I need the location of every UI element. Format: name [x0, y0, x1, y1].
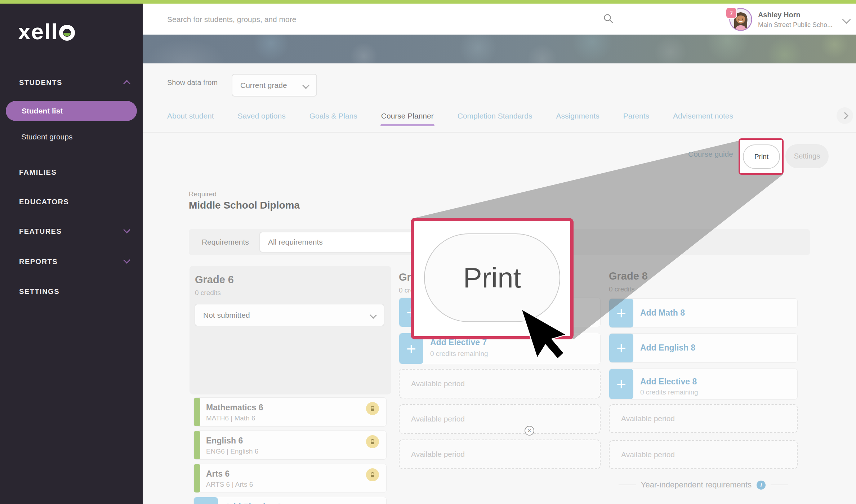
tab-assignments[interactable]: Assignments — [556, 112, 599, 120]
print-button[interactable]: Print — [743, 144, 780, 169]
tab-goals-plans[interactable]: Goals & Plans — [309, 112, 357, 120]
add-english-8-button[interactable]: + Add English 8 — [609, 333, 798, 363]
available-period-label: Available period — [621, 414, 675, 423]
divider-line — [619, 485, 636, 485]
magnified-print-button[interactable]: Print — [424, 233, 560, 322]
course-status-bar — [194, 464, 200, 492]
course-status-bar — [194, 431, 200, 459]
tab-completion-standards[interactable]: Completion Standards — [458, 112, 532, 120]
sidebar-section-educators[interactable]: EDUCATORS — [19, 198, 69, 206]
grade-filter-value: Current grade — [240, 81, 287, 90]
remove-course-icon[interactable]: ✕ — [525, 426, 534, 436]
chevron-down-icon[interactable] — [842, 15, 851, 24]
print-callout-box: Print — [411, 218, 574, 339]
available-period-slot: Available period — [399, 440, 601, 469]
sidebar: xell STUDENTS Student list Student group… — [0, 0, 143, 504]
user-menu[interactable]: 7 Ashley Horn Main Street Publ — [729, 6, 850, 33]
lock-icon — [366, 435, 379, 448]
sidebar-item-student-list[interactable]: Student list — [6, 101, 137, 121]
tab-saved-options[interactable]: Saved options — [238, 112, 286, 120]
student-tabs: About student Saved options Goals & Plan… — [167, 112, 733, 120]
add-course-label: Add Elective 6 — [225, 502, 281, 504]
course-title: Mathematics 6 — [206, 403, 263, 412]
add-course-sub: 0 credits remaining — [430, 350, 488, 358]
tab-advisement-notes[interactable]: Advisement notes — [673, 112, 733, 120]
plus-icon: + — [194, 497, 218, 504]
tabs-divider — [143, 132, 856, 133]
grade-6-status-value: Not submitted — [203, 311, 250, 320]
available-period-slot: Available period — [609, 440, 798, 469]
notification-badge: 7 — [726, 7, 737, 19]
add-course-sub: 0 credits remaining — [640, 388, 698, 396]
diploma-title: Middle School Diploma — [189, 200, 300, 211]
tab-parents[interactable]: Parents — [623, 112, 649, 120]
available-period-label: Available period — [411, 379, 465, 388]
app-logo-text: xell — [18, 19, 58, 44]
year-independent-label: Year-independent requirements — [641, 480, 752, 490]
grade-filter-select[interactable]: Current grade — [232, 74, 317, 97]
plus-icon: + — [609, 334, 633, 362]
required-label: Required — [189, 190, 217, 198]
user-name: Ashley Horn — [758, 9, 833, 20]
course-code: ENG6 | English 6 — [206, 447, 258, 455]
grade-6-status-select[interactable]: Not submitted — [195, 304, 384, 326]
sidebar-section-reports[interactable]: REPORTS — [19, 258, 58, 266]
year-independent-divider: Year-independent requirements i — [609, 480, 798, 490]
add-course-label: Add English 8 — [640, 343, 695, 353]
user-info: Ashley Horn Main Street Public Scho... — [758, 9, 833, 30]
sidebar-section-students[interactable]: STUDENTS — [19, 79, 62, 87]
app-logo: xell — [18, 19, 75, 44]
logo-o-icon — [59, 25, 75, 41]
available-period-slot: Available period — [399, 369, 601, 398]
sidebar-section-families[interactable]: FAMILIES — [19, 168, 57, 177]
available-period-slot: Available period — [399, 404, 601, 434]
chevron-down-icon[interactable] — [123, 257, 130, 264]
add-elective-6-button[interactable]: + Add Elective 6 0 credits remaining — [193, 497, 387, 504]
chevron-up-icon[interactable] — [123, 80, 130, 87]
course-title: Arts 6 — [206, 469, 229, 479]
user-org: Main Street Public Scho... — [758, 20, 833, 30]
add-math-8-button[interactable]: + Add Math 8 — [609, 298, 798, 328]
grade-8-title: Grade 8 — [609, 270, 648, 282]
lock-icon — [366, 402, 379, 415]
grade-8-column: Grade 8 0 credits + Add Math 8 + Add Eng… — [609, 266, 798, 504]
tab-about-student[interactable]: About student — [167, 112, 214, 120]
header-banner-image — [143, 35, 856, 63]
divider-line — [771, 485, 788, 485]
top-accent-strip — [0, 0, 856, 4]
available-period-slot: Available period — [609, 404, 798, 433]
lock-icon — [366, 468, 379, 481]
course-card-english-6[interactable]: English 6 ENG6 | English 6 — [193, 431, 387, 460]
info-icon[interactable]: i — [757, 481, 766, 490]
available-period-label: Available period — [621, 450, 675, 459]
course-guide-link[interactable]: Course guide — [688, 150, 733, 159]
grade-6-column: Grade 6 0 credits Not submitted Mathemat… — [190, 266, 391, 504]
course-status-bar — [194, 398, 200, 426]
show-data-from-label: Show data from — [167, 79, 218, 87]
avatar: 7 — [729, 8, 752, 31]
topbar: 7 Ashley Horn Main Street Publ — [143, 4, 856, 35]
tab-course-planner[interactable]: Course Planner — [381, 112, 434, 120]
sidebar-section-settings[interactable]: SETTINGS — [19, 287, 59, 296]
settings-button[interactable]: Settings — [785, 144, 829, 168]
app-window: xell STUDENTS Student list Student group… — [0, 0, 856, 504]
print-button-highlight-box: Print — [739, 138, 784, 175]
sidebar-section-features[interactable]: FEATURES — [19, 227, 62, 236]
plus-icon: + — [609, 299, 633, 327]
requirements-value: All requirements — [268, 238, 323, 246]
add-course-label: Add Elective 8 — [640, 377, 697, 387]
course-code: ARTS 6 | Arts 6 — [206, 481, 253, 489]
available-period-label: Available period — [411, 450, 465, 459]
course-card-arts-6[interactable]: Arts 6 ARTS 6 | Arts 6 — [193, 464, 387, 493]
chevron-down-icon[interactable] — [123, 226, 130, 233]
search-icon[interactable] — [603, 13, 614, 24]
course-card-mathematics-6[interactable]: Mathematics 6 MATH6 | Math 6 — [193, 397, 387, 427]
search-input[interactable] — [166, 12, 564, 27]
requirements-label: Requirements — [202, 238, 249, 246]
add-elective-8-button[interactable]: + Add Elective 8 0 credits remaining — [609, 369, 798, 400]
sidebar-item-student-groups[interactable]: Student groups — [21, 133, 72, 141]
available-period-label: Available period — [411, 415, 465, 423]
plus-icon: + — [609, 369, 633, 399]
tabs-overflow-button[interactable] — [837, 107, 853, 124]
course-code: MATH6 | Math 6 — [206, 414, 255, 422]
